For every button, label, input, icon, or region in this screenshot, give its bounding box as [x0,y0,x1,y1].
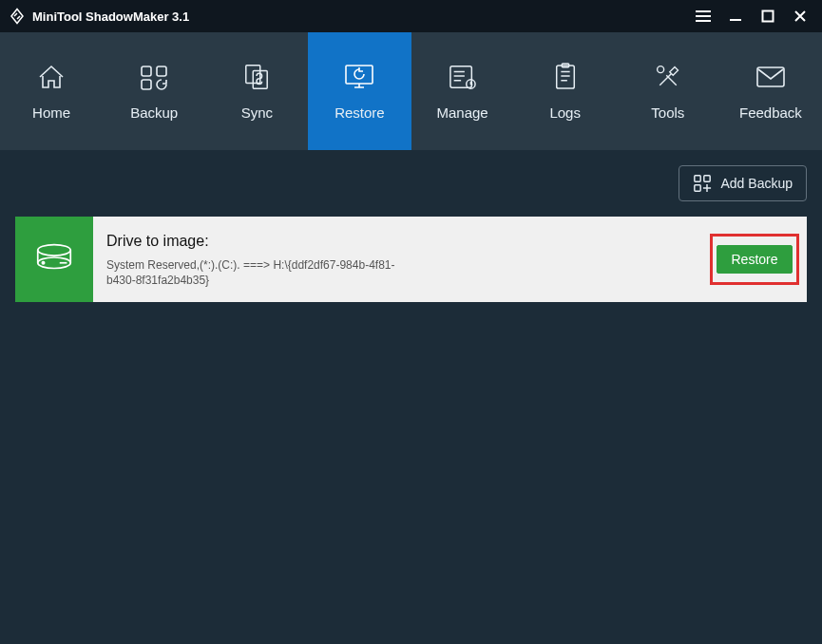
tools-icon [651,63,685,91]
nav-restore[interactable]: Restore [308,32,411,150]
card-actions: Restore [702,217,807,302]
manage-icon [446,63,480,91]
add-backup-label: Add Backup [721,176,793,191]
content-area: Add Backup Drive to image: System Reserv [0,150,822,644]
maximize-button[interactable] [752,0,784,32]
nav-home[interactable]: Home [0,32,103,150]
svg-rect-2 [157,66,166,76]
card-body: Drive to image: System Reserved,(*:).(C:… [93,217,702,302]
svg-rect-12 [757,67,784,86]
svg-rect-1 [142,66,151,76]
titlebar: MiniTool ShadowMaker 3.1 [0,0,822,32]
menu-button[interactable] [687,0,719,32]
nav-label: Manage [436,104,487,121]
nav-label: Backup [130,104,178,121]
svg-point-11 [657,66,663,72]
nav-backup[interactable]: Backup [103,32,205,150]
nav-sync[interactable]: Sync [205,32,308,150]
nav-feedback[interactable]: Feedback [719,32,822,150]
close-button[interactable] [784,0,816,32]
nav-label: Restore [335,104,385,121]
minimize-button[interactable] [719,0,752,32]
svg-rect-0 [763,11,774,22]
backup-card: Drive to image: System Reserved,(*:).(C:… [15,217,807,302]
svg-rect-13 [694,176,699,181]
app-title: MiniTool ShadowMaker 3.1 [32,9,189,24]
card-icon-panel [15,217,93,302]
logs-icon [548,63,583,91]
nav-logs[interactable]: Logs [514,32,617,150]
home-icon [34,63,68,91]
restore-button[interactable]: Restore [717,245,792,274]
svg-rect-14 [703,176,709,181]
main-nav: Home Backup Sync [0,32,822,150]
app-logo-icon [8,7,27,26]
svg-rect-15 [694,185,699,191]
svg-rect-9 [556,65,574,87]
svg-point-18 [42,262,44,264]
backup-icon [137,63,171,91]
card-title: Drive to image: [106,233,689,250]
drive-icon [32,240,76,278]
svg-rect-7 [449,66,470,86]
content-toolbar: Add Backup [15,165,807,201]
restore-icon [342,63,376,91]
nav-tools[interactable]: Tools [617,32,719,150]
sync-icon [239,63,274,91]
card-description: System Reserved,(*:).(C:). ===> H:\{ddf2… [106,257,411,288]
svg-point-16 [38,245,71,256]
nav-label: Logs [549,104,581,121]
add-backup-button[interactable]: Add Backup [679,165,808,201]
app-window: MiniTool ShadowMaker 3.1 Home [0,0,822,644]
nav-label: Feedback [739,104,802,121]
nav-label: Home [32,104,70,121]
add-backup-icon [693,174,712,193]
nav-label: Sync [241,104,273,121]
nav-manage[interactable]: Manage [411,32,514,150]
feedback-icon [754,63,788,91]
nav-label: Tools [651,104,684,121]
svg-rect-3 [142,80,151,89]
